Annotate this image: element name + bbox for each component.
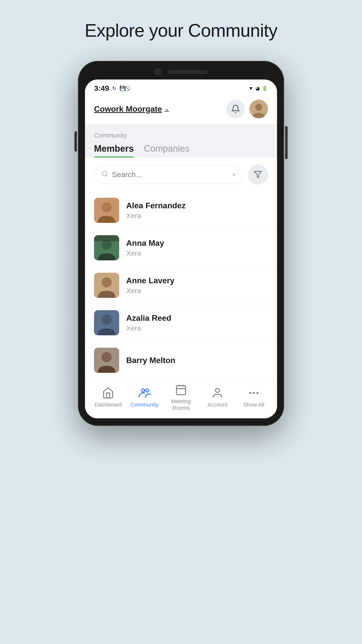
user-avatar-button[interactable] <box>249 100 268 118</box>
svg-point-15 <box>102 315 112 325</box>
member-name: Alea Fernandez <box>126 201 186 210</box>
status-time: 3:49 <box>94 84 109 93</box>
list-item[interactable]: Barry Melton <box>85 342 277 379</box>
list-item[interactable]: Anne Lavery Xera <box>85 267 277 304</box>
member-name: Anne Lavery <box>126 276 174 285</box>
calendar-icon <box>175 384 187 396</box>
chevron-down-icon: ⌄ <box>164 106 169 112</box>
member-list: Alea Fernandez Xera Anna May <box>85 192 277 379</box>
nav-label-dashboard: Dashboard <box>95 401 122 408</box>
search-area: × <box>85 157 277 192</box>
avatar <box>94 273 119 298</box>
notification-button[interactable] <box>226 100 245 118</box>
member-info: Anne Lavery Xera <box>126 276 174 295</box>
search-clear-button[interactable]: × <box>232 171 236 179</box>
nav-icon-account <box>211 386 224 399</box>
nav-item-meeting-rooms[interactable]: MeetingRooms <box>166 383 196 411</box>
more-icon <box>248 387 260 399</box>
header-actions <box>226 100 268 118</box>
app-header: Cowork Moorgate ⌄ <box>85 96 277 125</box>
filter-icon <box>254 170 262 179</box>
community-icon <box>139 387 151 399</box>
avatar <box>94 198 119 223</box>
svg-point-19 <box>146 389 149 392</box>
section-label-area: Community <box>85 125 277 139</box>
member-company: Xera <box>126 249 164 257</box>
phone-screen: 3:49 ↻ 💾 ⃠ ▼ ◕ 🔋 Cowork Moorgate ⌄ <box>85 79 277 418</box>
member-info: Anna May Xera <box>126 238 164 257</box>
svg-point-3 <box>102 171 107 176</box>
member-avatar-svg <box>94 273 119 298</box>
tabs-row: Members Companies <box>85 143 277 157</box>
page-title: Explore your Community <box>85 20 277 41</box>
community-section-label: Community <box>94 132 268 139</box>
nav-icon-community <box>138 386 151 399</box>
nav-item-show-all[interactable]: Show All <box>239 386 269 408</box>
status-right-icons: ▼ ◕ 🔋 <box>248 85 268 91</box>
user-avatar-svg <box>249 100 268 118</box>
person-icon <box>211 387 223 399</box>
member-info: Azalia Reed Xera <box>126 313 171 332</box>
phone-speaker <box>167 70 208 74</box>
list-item[interactable]: Azalia Reed Xera <box>85 304 277 342</box>
svg-point-18 <box>142 389 145 392</box>
bell-icon <box>231 104 240 113</box>
nav-icon-meeting-rooms <box>174 383 188 396</box>
nav-item-account[interactable]: Account <box>202 386 233 408</box>
svg-rect-10 <box>94 235 119 240</box>
avatar <box>94 348 119 373</box>
avatar <box>94 310 119 335</box>
svg-point-27 <box>257 392 258 393</box>
member-avatar-svg <box>94 348 119 373</box>
member-name: Azalia Reed <box>126 313 171 323</box>
list-item[interactable]: Alea Fernandez Xera <box>85 192 277 229</box>
svg-point-25 <box>250 392 251 393</box>
status-bar: 3:49 ↻ 💾 ⃠ ▼ ◕ 🔋 <box>85 79 277 96</box>
signal-icon: ◕ <box>255 85 260 91</box>
member-company: Xera <box>126 324 171 332</box>
svg-rect-20 <box>176 386 186 395</box>
phone-device: 3:49 ↻ 💾 ⃠ ▼ ◕ 🔋 Cowork Moorgate ⌄ <box>78 61 284 426</box>
list-item[interactable]: Anna May Xera <box>85 229 277 267</box>
bottom-nav: Dashboard Community <box>85 379 277 418</box>
search-bar: × <box>94 166 243 184</box>
battery-icon: 🔋 <box>262 85 268 91</box>
search-icon <box>101 170 108 179</box>
svg-point-7 <box>102 202 112 212</box>
phone-top-bar <box>85 68 277 75</box>
svg-point-17 <box>102 352 112 362</box>
workspace-name-label: Cowork Moorgate <box>94 104 162 114</box>
sync-icon: ↻ <box>112 85 116 91</box>
svg-point-1 <box>255 104 262 111</box>
member-company: Xera <box>126 287 174 295</box>
member-avatar-svg <box>94 310 119 335</box>
svg-line-4 <box>106 175 107 176</box>
svg-point-13 <box>102 277 112 287</box>
member-company: Xera <box>126 212 186 220</box>
avatar <box>94 235 119 260</box>
home-icon <box>102 387 114 399</box>
tab-companies[interactable]: Companies <box>144 143 190 157</box>
member-name: Anna May <box>126 238 164 248</box>
member-info: Alea Fernandez Xera <box>126 201 186 220</box>
nav-label-account: Account <box>207 401 228 408</box>
filter-button[interactable] <box>248 165 268 185</box>
member-name: Barry Melton <box>126 356 175 365</box>
workspace-selector[interactable]: Cowork Moorgate ⌄ <box>94 104 169 114</box>
user-avatar <box>249 100 268 118</box>
sd-card-icon: 💾 <box>119 85 126 91</box>
nav-item-community[interactable]: Community <box>129 386 160 408</box>
member-info: Barry Melton <box>126 356 175 365</box>
svg-rect-11 <box>94 240 119 241</box>
wifi-icon: ▼ <box>248 86 253 91</box>
phone-camera <box>154 68 161 75</box>
tab-members[interactable]: Members <box>94 143 134 157</box>
svg-point-26 <box>253 392 254 393</box>
nav-icon-dashboard <box>102 386 115 399</box>
svg-point-24 <box>215 388 219 392</box>
nav-label-community: Community <box>131 401 159 408</box>
nav-item-dashboard[interactable]: Dashboard <box>93 386 123 408</box>
search-input[interactable] <box>112 170 229 179</box>
member-avatar-svg <box>94 198 119 223</box>
nav-label-meeting-rooms: MeetingRooms <box>171 398 191 411</box>
